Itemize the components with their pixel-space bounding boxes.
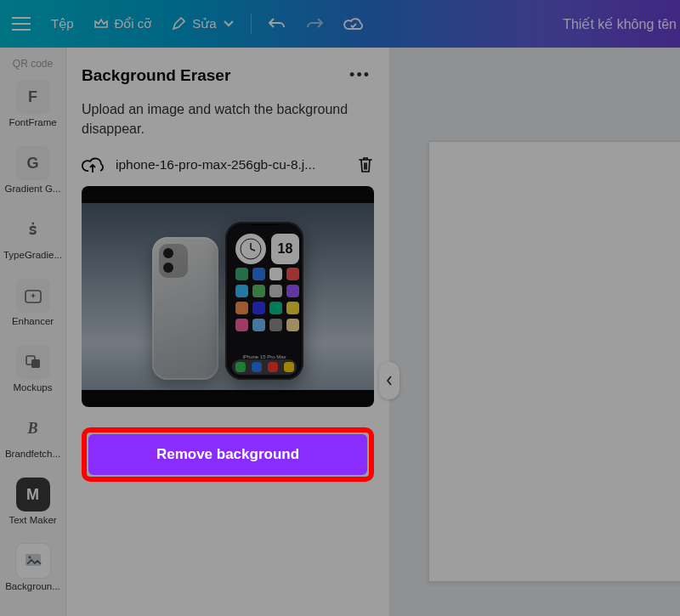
dock-app — [235, 362, 246, 372]
dock-app — [252, 362, 262, 372]
app-tile — [286, 302, 299, 314]
fontframe-icon: F — [16, 80, 50, 114]
gradient-icon: G — [16, 146, 50, 180]
app-tile — [252, 319, 265, 331]
delete-file-button[interactable] — [357, 155, 374, 174]
file-menu[interactable]: Tệp — [42, 7, 82, 41]
typegradient-icon: ṡ — [16, 212, 50, 246]
panel-subtitle: Upload an image and watch the background… — [82, 99, 374, 138]
toolbar-separator — [251, 14, 252, 34]
design-page[interactable] — [428, 141, 680, 582]
app-tile — [286, 319, 299, 331]
app-tile — [235, 319, 248, 331]
phone-front: 18 iPhone 15 Pro Max — [225, 222, 303, 380]
apps-sidebar: QR code F FontFrame G Gradient G... ṡ Ty… — [0, 48, 66, 616]
sidebar-item-label: Mockups — [13, 382, 52, 393]
clock-widget — [235, 234, 266, 264]
app-tile — [235, 302, 248, 314]
app-root: Tệp Đổi cỡ Sửa Thiết kế không tên QR cod… — [0, 0, 680, 616]
sidebar-item-label: Enhancer — [12, 316, 54, 326]
uploaded-file-row: iphone-16-pro-max-256gb-cu-8.j... — [82, 155, 374, 174]
topbar: Tệp Đổi cỡ Sửa Thiết kế không tên — [0, 0, 680, 48]
redo-icon — [306, 17, 323, 31]
panel-header: Background Eraser ••• — [82, 63, 374, 88]
sidebar-qr-label: QR code — [13, 54, 53, 73]
canvas-area[interactable] — [389, 48, 680, 616]
panel-title: Background Eraser — [82, 66, 230, 85]
body: QR code F FontFrame G Gradient G... ṡ Ty… — [0, 48, 680, 616]
sidebar-item-brandfetch[interactable]: B Brandfetch... — [3, 404, 63, 462]
hamburger-icon — [12, 17, 31, 31]
sidebar-item-textmaker[interactable]: M Text Maker — [3, 471, 63, 528]
phone-dock — [232, 359, 297, 375]
undo-button[interactable] — [260, 7, 294, 41]
remove-background-button[interactable]: Remove background — [88, 434, 367, 475]
sidebar-item-label: Text Maker — [8, 515, 56, 525]
crown-icon — [94, 18, 108, 30]
edit-menu[interactable]: Sửa — [163, 7, 241, 41]
menu-button[interactable] — [3, 7, 39, 41]
app-tile — [286, 268, 299, 280]
app-grid — [229, 264, 300, 366]
bg-eraser-panel: Background Eraser ••• Upload an image an… — [66, 48, 389, 616]
brandfetch-icon: B — [16, 411, 50, 445]
calendar-widget: 18 — [271, 234, 299, 264]
enhancer-icon — [16, 279, 50, 313]
sidebar-item-enhancer[interactable]: Enhancer — [3, 272, 63, 330]
cloud-upload-icon — [82, 155, 104, 174]
textmaker-icon: M — [16, 478, 50, 511]
app-tile — [235, 268, 248, 280]
panel-more-button[interactable]: ••• — [346, 63, 374, 88]
sidebar-item-fontframe[interactable]: F FontFrame — [3, 73, 63, 131]
background-eraser-icon — [16, 544, 50, 578]
redo-button[interactable] — [298, 7, 332, 41]
cloud-sync-button[interactable] — [335, 7, 372, 41]
dock-app — [268, 362, 278, 372]
uploaded-file-name: iphone-16-pro-max-256gb-cu-8.j... — [116, 157, 345, 172]
trash-icon — [357, 155, 374, 174]
sidebar-item-typegradient[interactable]: ṡ TypeGradie... — [3, 206, 63, 263]
mockups-icon — [16, 345, 50, 379]
sidebar-item-label: Backgroun... — [5, 581, 60, 591]
sidebar-item-label: Gradient G... — [5, 184, 61, 194]
pencil-icon — [172, 17, 185, 31]
app-tile — [269, 268, 282, 280]
apple-logo-icon — [178, 301, 192, 316]
camera-module — [159, 244, 188, 278]
sidebar-item-mockups[interactable]: Mockups — [3, 338, 63, 396]
resize-menu[interactable]: Đổi cỡ — [86, 7, 161, 41]
chevron-left-icon — [386, 376, 393, 386]
sidebar-item-label: TypeGradie... — [3, 250, 62, 260]
undo-icon — [269, 17, 286, 31]
app-tile — [252, 268, 265, 280]
svg-point-4 — [28, 557, 31, 559]
sidebar-item-background-eraser[interactable]: Backgroun... — [3, 537, 63, 595]
phone-back — [152, 237, 218, 380]
dock-app — [284, 362, 294, 372]
svg-rect-2 — [31, 359, 40, 368]
resize-label: Đổi cỡ — [115, 16, 152, 31]
file-menu-label: Tệp — [51, 16, 74, 31]
sidebar-item-label: Brandfetch... — [5, 449, 60, 459]
app-tile — [269, 302, 282, 314]
image-preview: 18 iPhone 15 Pro Max — [82, 186, 374, 407]
app-tile — [252, 285, 265, 297]
preview-scene: 18 iPhone 15 Pro Max — [82, 203, 374, 390]
cloud-check-icon — [343, 16, 364, 31]
cta-highlight: Remove background — [82, 427, 374, 482]
chevron-down-icon — [224, 20, 234, 27]
app-tile — [235, 285, 248, 297]
app-tile — [252, 302, 265, 314]
document-title[interactable]: Thiết kế không tên — [563, 16, 677, 32]
app-tile — [269, 319, 282, 331]
sidebar-item-gradient[interactable]: G Gradient G... — [3, 139, 63, 197]
edit-label: Sửa — [192, 16, 216, 31]
collapse-panel-button[interactable] — [379, 362, 400, 399]
app-tile — [269, 285, 282, 297]
app-tile — [286, 285, 299, 297]
sidebar-item-label: FontFrame — [8, 117, 56, 127]
